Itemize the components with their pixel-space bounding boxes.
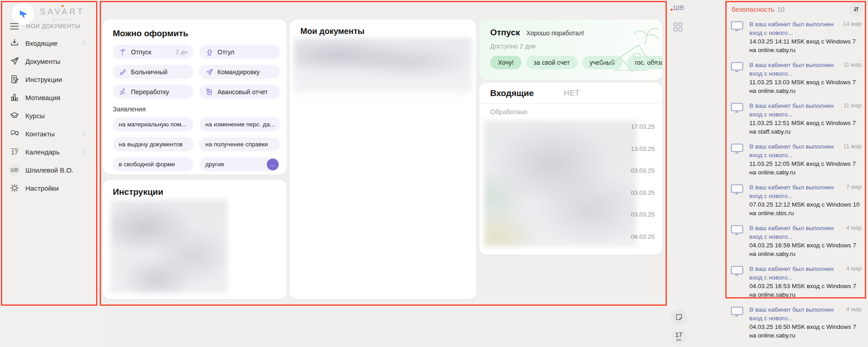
notifications-list: В ваш кабинет был выполнен вход с нового… <box>725 20 867 346</box>
statement-other-button[interactable]: другие ... <box>199 157 280 171</box>
apply-expense-report-button[interactable]: Авансовый отчет <box>199 85 280 99</box>
user-initials-button[interactable]: ШВ <box>673 4 684 11</box>
my-documents-title: Мои документы <box>300 27 465 36</box>
vacation-own-expense-button[interactable]: за свой счет <box>526 56 578 69</box>
notification-date: 4 мар <box>846 306 862 313</box>
expense-report-icon <box>205 88 213 96</box>
statement-issue-documents-button[interactable]: на выдачу документов <box>113 137 193 151</box>
notification-date: 7 мар <box>846 183 862 190</box>
inbox-icon <box>9 38 20 48</box>
notification-date: 11 мар <box>843 143 862 149</box>
inbox-card: Входящие НЕТ Обработано 17.03.25 13.03.2… <box>479 83 662 255</box>
apply-business-trip-button[interactable]: Командировку <box>199 65 280 79</box>
notification-date: 11 мар <box>843 61 862 68</box>
notification-item[interactable]: В ваш кабинет был выполнен вход с нового… <box>731 183 863 217</box>
apply-dayoff-button[interactable]: Отгул <box>199 45 280 59</box>
apply-sick-leave-button[interactable]: Больничный <box>113 65 193 79</box>
sidebar-nav: Входящие Документы Инструкции Мотивация … <box>0 34 99 197</box>
more-options-button[interactable]: ... <box>267 159 279 170</box>
notification-dot <box>670 9 673 11</box>
inbox-row-date: 03.03.25 <box>631 166 655 175</box>
mini-calendar-button[interactable]: 17 пн <box>670 329 687 345</box>
app-window: SAVART GROUP МОИ ДОКУМЕНТЫ Входящие Доку… <box>0 0 868 347</box>
inbox-title: Входящие <box>490 88 534 98</box>
notification-date: 4 мар <box>846 265 862 272</box>
sidebar-item-courses[interactable]: Курсы <box>0 106 99 125</box>
statement-free-form-button[interactable]: в свободной форме <box>113 157 193 171</box>
graduation-cap-icon <box>9 110 20 121</box>
sidebar-item-contacts[interactable]: Контакты <box>0 125 99 143</box>
vacation-subtitle: Хорошо поработал! <box>526 29 584 37</box>
notification-item[interactable]: В ваш кабинет был выполнен вход с нового… <box>731 305 863 340</box>
vacation-illustration <box>593 20 661 79</box>
overtime-person-icon <box>119 88 127 96</box>
instructions-card: Инструкции <box>103 180 287 299</box>
notification-date: 14 мар <box>843 20 862 27</box>
sort-button[interactable] <box>849 2 863 16</box>
my-documents-blurred-content[interactable] <box>294 38 472 82</box>
brand-subtitle: GROUP <box>40 18 85 21</box>
notes-button[interactable] <box>671 309 687 325</box>
calendar-17-icon: 17 <box>9 146 20 157</box>
apply-vacation-button[interactable]: Отпуск 2 дн <box>113 45 193 59</box>
statement-material-aid-button[interactable]: на материальную пом... <box>113 117 193 131</box>
bar-chart-icon <box>9 92 20 103</box>
chevron-right-icon <box>82 41 86 45</box>
inbox-row-date: 06.02.25 <box>631 232 655 241</box>
paper-plane-icon <box>9 56 20 67</box>
my-documents-card: Мои документы <box>289 19 476 299</box>
instructions-blurred-content[interactable] <box>111 200 227 293</box>
inbox-row-date: 17.03.25 <box>631 122 655 131</box>
note-icon <box>675 313 683 321</box>
notification-item[interactable]: В ваш кабинет был выполнен вход с нового… <box>731 20 863 54</box>
menu-hamburger-icon[interactable] <box>10 23 19 29</box>
monitor-icon <box>731 225 743 236</box>
notification-item[interactable]: В ваш кабинет был выполнен вход с нового… <box>731 142 863 177</box>
inbox-status: НЕТ <box>564 89 580 98</box>
document-edit-icon <box>9 74 20 85</box>
inbox-processed-label: Обработано <box>490 108 527 116</box>
can-apply-card: Можно оформить Отпуск 2 дн Отгул Больнич… <box>103 19 287 174</box>
notification-item[interactable]: В ваш кабинет был выполнен вход с нового… <box>731 101 863 136</box>
instructions-title: Инструкции <box>113 187 277 197</box>
cactus-icon <box>205 48 213 56</box>
chevron-right-icon <box>82 131 86 136</box>
notification-item[interactable]: В ваш кабинет был выполнен вход с нового… <box>731 224 863 258</box>
vacation-want-button[interactable]: Хочу! <box>490 56 521 69</box>
monitor-icon <box>731 143 743 154</box>
apply-overtime-button[interactable]: Переработку <box>113 85 193 99</box>
sidebar-item-calendar[interactable]: 17 Календарь <box>0 143 99 161</box>
notification-item[interactable]: В ваш кабинет был выполнен вход с нового… <box>731 265 863 299</box>
sidebar-item-inbox[interactable]: Входящие <box>0 34 99 52</box>
sidebar-item-settings[interactable]: Настройки <box>0 179 99 197</box>
brand-name: SAVART <box>40 7 85 17</box>
inbox-row-date: 03.03.25 <box>631 210 655 219</box>
monitor-icon <box>731 306 743 317</box>
inbox-row-date: 03.03.25 <box>631 188 655 197</box>
vacation-title: Отпуск <box>490 28 520 38</box>
inbox-date-column: 17.03.25 13.03.25 03.03.25 03.03.25 03.0… <box>631 122 655 241</box>
notification-date: 4 мар <box>846 224 862 231</box>
notification-date: 11 мар <box>843 102 862 109</box>
sidebar-item-profile[interactable]: ШВ Шпилевой В.О. <box>0 161 99 179</box>
monitor-icon <box>731 102 743 113</box>
brand-caret-icon <box>61 5 64 7</box>
sidebar-item-instructions[interactable]: Инструкции <box>0 70 99 88</box>
statement-get-certificate-button[interactable]: на получение справки <box>199 137 280 151</box>
monitor-icon <box>731 62 743 72</box>
notification-item[interactable]: В ваш кабинет был выполнен вход с нового… <box>731 61 863 95</box>
apps-grid-icon[interactable] <box>674 23 682 31</box>
airplane-icon <box>205 68 213 76</box>
inbox-blurred-content[interactable] <box>484 120 637 246</box>
sidebar-item-motivation[interactable]: Мотивация <box>0 88 99 106</box>
inbox-row-date: 13.03.25 <box>631 145 655 153</box>
profile-initials-avatar: ШВ <box>9 164 20 175</box>
my-documents-blurred-fade <box>294 82 472 97</box>
sidebar: SAVART GROUP МОИ ДОКУМЕНТЫ Входящие Доку… <box>0 0 99 347</box>
chevron-right-icon <box>82 149 86 154</box>
chat-bubbles-icon <box>9 128 20 139</box>
statement-personal-data-button[interactable]: на изменение перс. да... <box>199 117 280 131</box>
sidebar-item-documents[interactable]: Документы <box>0 52 99 70</box>
sort-arrows-icon <box>853 5 860 13</box>
notifications-category[interactable]: безопасность <box>732 5 774 13</box>
